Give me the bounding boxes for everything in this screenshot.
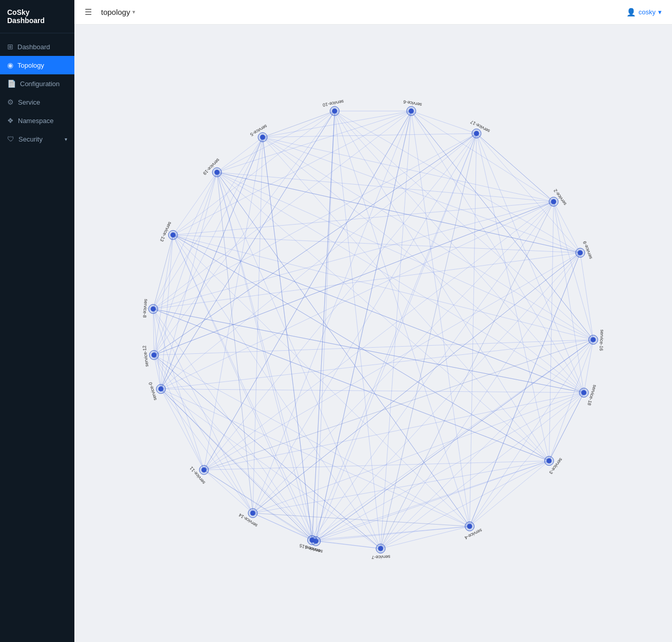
node-label: service-12: [142, 345, 149, 367]
svg-point-7: service-3: [546, 458, 551, 464]
topology-edge: [204, 137, 263, 470]
sidebar-item-label: Configuration: [20, 80, 60, 88]
topology-edge: [381, 340, 593, 549]
node-label: service-10: [322, 99, 344, 108]
header-title: topology ▾: [101, 8, 135, 16]
topology-graph[interactable]: service-0service-0service-1service-1serv…: [74, 25, 672, 642]
topology-node[interactable]: service-5service-5: [249, 124, 268, 142]
topology-edge: [153, 133, 477, 309]
security-icon: 🛡: [7, 135, 14, 143]
sidebar-item-label: Service: [18, 98, 40, 106]
node-label: service-18: [586, 384, 598, 406]
topology-edge: [477, 133, 554, 202]
topology-edge: [316, 111, 411, 541]
topology-edge: [204, 133, 477, 470]
topology-node[interactable]: service-2service-2: [549, 188, 567, 207]
topology-edge: [173, 172, 217, 235]
sidebar-item-dashboard[interactable]: ⊞ Dashboard: [0, 37, 74, 56]
topology-edge: [253, 513, 470, 527]
topology-edge: [217, 172, 470, 527]
topology-node[interactable]: service-13service-13: [159, 221, 177, 243]
topology-edge: [312, 540, 381, 548]
topology-edge: [549, 393, 584, 461]
node-label: service-16: [599, 329, 605, 351]
topology-edge: [312, 111, 334, 540]
node-label: service-7: [371, 554, 390, 560]
topology-edge: [161, 137, 263, 389]
topology-node[interactable]: service-9service-9: [576, 240, 593, 260]
topology-node[interactable]: service-7service-7: [371, 544, 390, 560]
topology-node[interactable]: service-0service-0: [148, 382, 166, 401]
topology-edge: [153, 309, 312, 540]
topology-edge: [217, 172, 316, 541]
topology-edge: [153, 309, 584, 393]
topology-edge: [477, 133, 549, 460]
topology-edge: [334, 111, 381, 549]
header: ☰ topology ▾ 👤 cosky ▾: [74, 0, 672, 25]
topology-edge: [153, 309, 549, 461]
svg-point-31: service-15: [309, 537, 314, 543]
topology-edge: [204, 202, 554, 470]
topology-edge: [154, 355, 253, 513]
menu-icon[interactable]: ☰: [85, 7, 92, 17]
configuration-icon: 📄: [7, 79, 16, 88]
svg-point-33: service-16: [590, 337, 596, 343]
topology-node[interactable]: service-8service-8: [142, 299, 158, 318]
topology-edge: [154, 355, 316, 541]
svg-point-23: service-11: [202, 467, 207, 472]
page-title: topology: [101, 8, 130, 16]
sidebar-item-security[interactable]: 🛡 Security ▾: [0, 130, 74, 148]
topology-edge: [469, 461, 549, 527]
sidebar-nav: ⊞ Dashboard ◉ Topology 📄 Configuration ⚙…: [0, 33, 74, 642]
topology-node[interactable]: service-17service-17: [469, 119, 490, 138]
topology-node[interactable]: service-3service-3: [544, 456, 563, 475]
main-area: ☰ topology ▾ 👤 cosky ▾ service-0service-…: [74, 0, 672, 642]
topology-edge: [411, 111, 477, 134]
sidebar-item-service[interactable]: ⚙ Service: [0, 93, 74, 111]
topology-edge: [154, 133, 477, 355]
topology-node[interactable]: service-11service-11: [189, 465, 209, 485]
topology-edge: [204, 461, 549, 470]
sidebar-item-topology[interactable]: ◉ Topology: [0, 56, 74, 74]
topology-edge: [217, 111, 411, 172]
svg-point-35: service-17: [474, 131, 479, 136]
chevron-down-icon: ▾: [658, 8, 662, 16]
svg-point-27: service-13: [170, 232, 175, 237]
topology-node[interactable]: service-18service-18: [579, 384, 598, 406]
topology-icon: ◉: [7, 61, 13, 69]
topology-node[interactable]: service-14service-14: [238, 509, 259, 528]
topology-node[interactable]: service-6service-6: [403, 99, 422, 115]
svg-point-1: service-0: [159, 387, 164, 392]
user-menu[interactable]: 👤 cosky ▾: [626, 8, 662, 17]
svg-point-13: service-6: [409, 109, 414, 114]
topology-edge: [549, 340, 593, 461]
topology-edge: [316, 340, 594, 541]
topology-node[interactable]: service-19service-19: [202, 157, 222, 177]
topology-edge: [411, 111, 554, 202]
topology-edge: [204, 470, 253, 513]
topology-edge: [263, 137, 593, 340]
topology-edge: [161, 389, 470, 527]
topology-node[interactable]: service-10service-10: [322, 99, 344, 116]
topology-edge: [204, 340, 594, 470]
topology-edge: [549, 202, 554, 460]
svg-point-9: service-4: [467, 524, 472, 529]
topology-edge: [263, 137, 580, 253]
sidebar-item-configuration[interactable]: 📄 Configuration: [0, 74, 74, 93]
sidebar-item-label: Namespace: [18, 117, 53, 125]
sidebar-item-namespace[interactable]: ❖ Namespace: [0, 111, 74, 130]
topology-edge: [161, 389, 253, 513]
chevron-down-icon: ▾: [132, 9, 135, 15]
topology-edge: [381, 526, 469, 548]
svg-point-25: service-12: [151, 352, 156, 357]
svg-point-5: service-2: [551, 199, 556, 204]
topology-edge: [580, 253, 593, 340]
sidebar-item-label: Dashboard: [17, 43, 50, 51]
sidebar-logo: CoSky Dashboard: [0, 0, 74, 33]
topology-edge: [217, 172, 549, 461]
topology-edge: [173, 111, 334, 235]
topology-edge: [217, 172, 312, 540]
topology-node[interactable]: service-4service-4: [464, 521, 483, 540]
topology-edge: [334, 111, 584, 393]
topology-edge: [312, 202, 554, 540]
